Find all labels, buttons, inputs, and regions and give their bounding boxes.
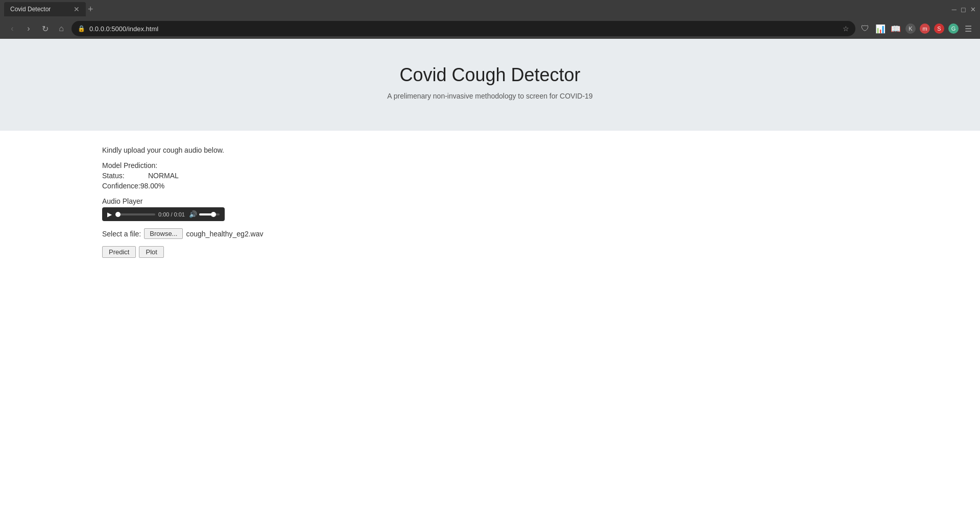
play-button[interactable]: ▶ [107, 211, 112, 218]
audio-player-label: Audio Player [102, 197, 878, 205]
audio-player-widget: ▶ 0:00 / 0:01 🔊 [102, 207, 225, 221]
shield-icon[interactable]: 🛡 [859, 24, 871, 33]
model-prediction-section: Model Prediction: Status: NORMAL Confide… [102, 161, 878, 190]
page-body: Kindly upload your cough audio below. Mo… [0, 131, 980, 273]
url-display: 0.0.0.0:5000/index.html [89, 25, 839, 33]
refresh-button[interactable]: ↻ [39, 24, 51, 34]
minimize-icon[interactable]: ─ [952, 6, 957, 13]
confidence-label: Confidence: [102, 182, 140, 190]
confidence-row: Confidence: 98.00% [102, 182, 878, 190]
status-row: Status: NORMAL [102, 172, 878, 180]
forward-button[interactable]: › [22, 24, 35, 33]
action-buttons: Predict Plot [102, 246, 878, 258]
browse-button[interactable]: Browse... [144, 228, 183, 239]
volume-section: 🔊 [189, 210, 220, 218]
page-subtitle: A prelimenary non-invasive methodology t… [10, 92, 970, 100]
address-bar[interactable]: 🔒 0.0.0.0:5000/index.html ☆ [71, 21, 855, 36]
new-tab-button[interactable]: + [88, 4, 93, 15]
extension2-icon[interactable]: m [920, 23, 930, 34]
tab-title: Covid Detector [10, 6, 51, 13]
browser-titlebar: Covid Detector ✕ + ─ ◻ ✕ [0, 0, 980, 18]
progress-track[interactable] [116, 213, 155, 215]
tab-close-icon[interactable]: ✕ [74, 5, 80, 13]
back-button[interactable]: ‹ [6, 24, 18, 33]
time-display: 0:00 / 0:01 [158, 211, 185, 218]
mute-button[interactable]: 🔊 [189, 210, 197, 218]
menu-icon[interactable]: ☰ [963, 24, 974, 34]
chart-icon[interactable]: 📊 [875, 24, 886, 34]
extension3-icon[interactable]: S [934, 23, 944, 34]
book-icon[interactable]: 📖 [890, 24, 901, 34]
extension1-icon[interactable]: K [905, 23, 916, 34]
close-window-icon[interactable]: ✕ [970, 6, 976, 13]
toolbar-icons: 🛡 📊 📖 K m S G ☰ [859, 23, 974, 34]
confidence-value: 98.00% [140, 182, 164, 190]
restore-icon[interactable]: ◻ [961, 6, 966, 13]
current-time: 0:00 [158, 211, 169, 218]
extension4-icon[interactable]: G [948, 23, 959, 34]
audio-player-section: Audio Player ▶ 0:00 / 0:01 🔊 [102, 197, 878, 221]
total-time: 0:01 [174, 211, 185, 218]
file-select-row: Select a file: Browse... cough_healthy_e… [102, 228, 878, 239]
bookmark-icon[interactable]: ☆ [843, 25, 849, 33]
selected-file-name: cough_healthy_eg2.wav [186, 230, 263, 238]
time-separator: / [171, 211, 172, 218]
security-icon: 🔒 [78, 25, 85, 32]
browser-chrome: Covid Detector ✕ + ─ ◻ ✕ ‹ › ↻ ⌂ 🔒 0.0.0… [0, 0, 980, 39]
upload-instruction: Kindly upload your cough audio below. [102, 146, 878, 154]
page-title: Covid Cough Detector [10, 64, 970, 86]
file-select-label: Select a file: [102, 230, 141, 238]
progress-thumb [115, 212, 121, 217]
status-value: NORMAL [148, 172, 179, 180]
browser-tab[interactable]: Covid Detector ✕ [4, 2, 86, 16]
status-label: Status: [102, 172, 148, 180]
volume-thumb [211, 212, 216, 217]
volume-track[interactable] [199, 213, 220, 215]
predict-button[interactable]: Predict [102, 246, 136, 258]
home-button[interactable]: ⌂ [55, 24, 67, 33]
page-header: Covid Cough Detector A prelimenary non-i… [0, 39, 980, 131]
audio-progress: 0:00 / 0:01 [116, 211, 185, 218]
browser-toolbar: ‹ › ↻ ⌂ 🔒 0.0.0.0:5000/index.html ☆ 🛡 📊 … [0, 18, 980, 39]
plot-button[interactable]: Plot [139, 246, 163, 258]
model-prediction-title: Model Prediction: [102, 161, 878, 170]
